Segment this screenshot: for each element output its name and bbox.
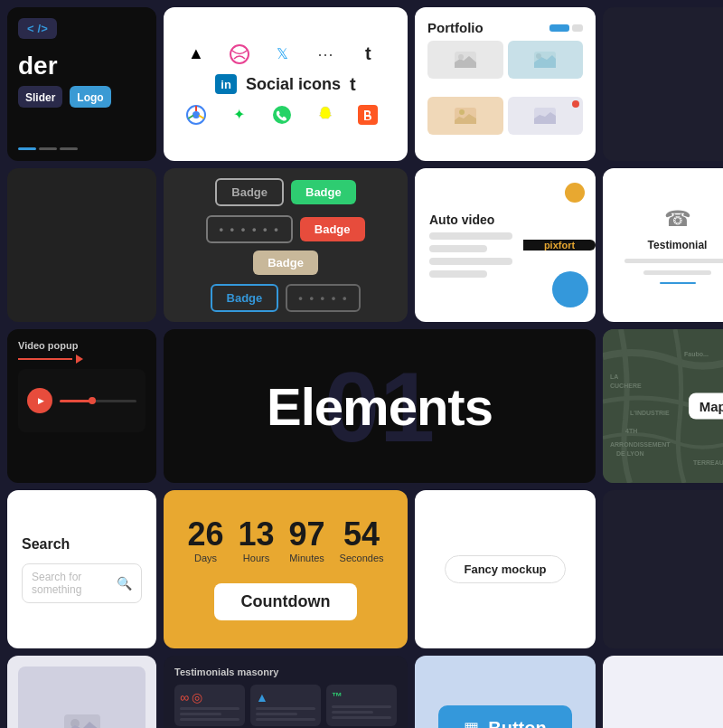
portfolio-item-4 bbox=[508, 97, 584, 135]
testimonial-icon: ☎ bbox=[664, 206, 691, 232]
social-icons-label: Social icons bbox=[246, 75, 341, 94]
badge-row-2: • • • • • • Badge Badge bbox=[178, 215, 393, 275]
t-line-3 bbox=[180, 718, 239, 721]
testimonial-divider bbox=[660, 282, 696, 284]
logo-badge-1: Slider bbox=[18, 86, 62, 108]
testimonial-icon-1a: ∞ bbox=[180, 690, 189, 704]
auto-video-content: Auto video bbox=[415, 198, 523, 292]
badge-outline-1[interactable]: Badge bbox=[215, 178, 284, 206]
countdown-seconds: 54 Secondes bbox=[340, 518, 384, 563]
image-placeholder-icon bbox=[64, 714, 100, 728]
code-angle-icon: < bbox=[27, 22, 34, 35]
image-placeholder-inner bbox=[18, 667, 146, 728]
testimonial-item-3: ™ bbox=[326, 685, 397, 726]
badge-tan[interactable]: Badge bbox=[253, 251, 318, 275]
social-icon-t: t bbox=[353, 40, 382, 69]
t-line-2 bbox=[180, 713, 221, 715]
search-placeholder: Search for something bbox=[32, 571, 111, 596]
image-placeholder-card bbox=[7, 656, 156, 728]
portfolio-nav-inactive bbox=[572, 24, 583, 32]
auto-video-title: Auto video bbox=[429, 213, 512, 227]
countdown-button[interactable]: Countdown bbox=[214, 583, 358, 620]
badge-green[interactable]: Badge bbox=[291, 180, 356, 204]
social-icon-deviantart: ✦ bbox=[225, 100, 254, 129]
call-to-act-card: Call to act = bbox=[603, 656, 723, 728]
search-input-wrapper[interactable]: Search for something 🔍 bbox=[22, 563, 142, 603]
social-icons-card: ▲ 𝕏 ⋯ t in Social icons t ✦ bbox=[164, 7, 408, 161]
social-icons-middle: in Social icons t bbox=[182, 74, 390, 95]
pixfort-label: pixfort bbox=[544, 240, 575, 251]
svg-line-5 bbox=[188, 115, 193, 118]
countdown-minutes-label: Minutes bbox=[289, 553, 324, 563]
elements-center-card: 01 Elements bbox=[164, 329, 596, 483]
portfolio-item-1 bbox=[427, 41, 503, 79]
countdown-hours: 13 Hours bbox=[239, 518, 275, 563]
fancy-mockup-button[interactable]: Fancy mockup bbox=[445, 555, 565, 583]
fancy-mockup-card: Fancy mockup bbox=[415, 490, 596, 648]
testimonial-icons-1: ∞ ◎ bbox=[180, 690, 239, 704]
auto-video-circle-orange bbox=[565, 183, 585, 203]
badge-red[interactable]: Badge bbox=[300, 217, 365, 241]
countdown-minutes: 97 Minutes bbox=[289, 518, 325, 563]
slider-code-badge: < /> bbox=[18, 18, 57, 39]
svg-point-11 bbox=[536, 53, 541, 59]
svg-text:LA: LA bbox=[610, 373, 618, 380]
slider-dots bbox=[18, 147, 78, 150]
auto-video-line-1 bbox=[429, 232, 512, 240]
svg-text:TERREAUX: TERREAUX bbox=[693, 459, 723, 466]
social-icon-dots: ⋯ bbox=[311, 40, 340, 69]
badge-row-3: Badge • • • • • bbox=[211, 284, 362, 312]
svg-text:CUCHERE: CUCHERE bbox=[610, 383, 642, 389]
play-button[interactable]: ▶ bbox=[27, 388, 52, 413]
logo-badge-2: Logo bbox=[70, 86, 110, 108]
portfolio-nav bbox=[549, 24, 583, 32]
countdown-card: 26 Days 13 Hours 97 Minutes 54 Secondes … bbox=[164, 490, 408, 648]
progress-bar bbox=[60, 400, 136, 402]
testimonial-icon-2: ▲ bbox=[256, 690, 268, 704]
svg-text:DE LYON: DE LYON bbox=[616, 450, 643, 457]
svg-text:L'INDUSTRIE: L'INDUSTRIE bbox=[630, 410, 670, 416]
main-grid: < /> der Slider Logo ▲ 𝕏 bbox=[0, 0, 723, 728]
main-button[interactable]: ▦ Button bbox=[438, 705, 571, 729]
empty-card-1 bbox=[603, 7, 723, 161]
empty-card-2 bbox=[603, 490, 723, 648]
social-icons-bottom: ✦ bbox=[182, 100, 390, 129]
portfolio-item-3 bbox=[427, 97, 503, 135]
portfolio-nav-active bbox=[549, 24, 569, 32]
svg-point-2 bbox=[192, 111, 200, 118]
search-icon: 🔍 bbox=[117, 576, 132, 591]
video-player[interactable]: ▶ bbox=[18, 369, 146, 432]
countdown-days-number: 26 bbox=[187, 518, 223, 551]
svg-point-6 bbox=[273, 106, 291, 124]
t-line-4 bbox=[256, 707, 315, 710]
testimonials-grid: ∞ ◎ ▲ ™ bbox=[174, 685, 397, 728]
testimonial-icon-3: ™ bbox=[332, 690, 343, 703]
svg-text:Faubo...: Faubo... bbox=[684, 351, 709, 357]
auto-video-line-4 bbox=[429, 270, 487, 278]
testimonial-label: Testimonial bbox=[648, 239, 708, 251]
svg-point-9 bbox=[458, 54, 464, 60]
testimonial-icons-3: ™ bbox=[332, 690, 391, 703]
social-icon-dribble bbox=[225, 40, 254, 69]
badge-blue-outline[interactable]: Badge bbox=[211, 284, 279, 312]
video-popup-arrow bbox=[18, 355, 146, 364]
video-popup-label: Video popup bbox=[18, 340, 78, 351]
social-icons-top: ▲ 𝕏 ⋯ t bbox=[182, 40, 390, 69]
testimonial-line-1 bbox=[624, 259, 723, 263]
countdown-hours-label: Hours bbox=[243, 553, 269, 563]
testimonials-masonry-label: Testimonials masonry bbox=[174, 667, 278, 677]
t-line-8 bbox=[332, 711, 373, 714]
portfolio-title: Portfolio bbox=[427, 20, 484, 35]
social-icon-whatsapp bbox=[268, 100, 296, 129]
countdown-numbers: 26 Days 13 Hours 97 Minutes 54 Secondes bbox=[187, 518, 383, 563]
badge-dots-1[interactable]: • • • • • • bbox=[206, 215, 292, 243]
badge-dots-2[interactable]: • • • • • bbox=[286, 284, 361, 312]
auto-video-visual: pixfort bbox=[523, 240, 596, 251]
svg-point-13 bbox=[459, 109, 465, 115]
social-icon-snapchat bbox=[311, 100, 340, 129]
t-line-5 bbox=[256, 713, 297, 715]
button-card: ▦ Button bbox=[415, 656, 596, 728]
auto-video-circle-blue bbox=[552, 271, 588, 307]
testimonial-card: ☎ Testimonial bbox=[603, 168, 723, 322]
t-line-9 bbox=[332, 716, 391, 719]
